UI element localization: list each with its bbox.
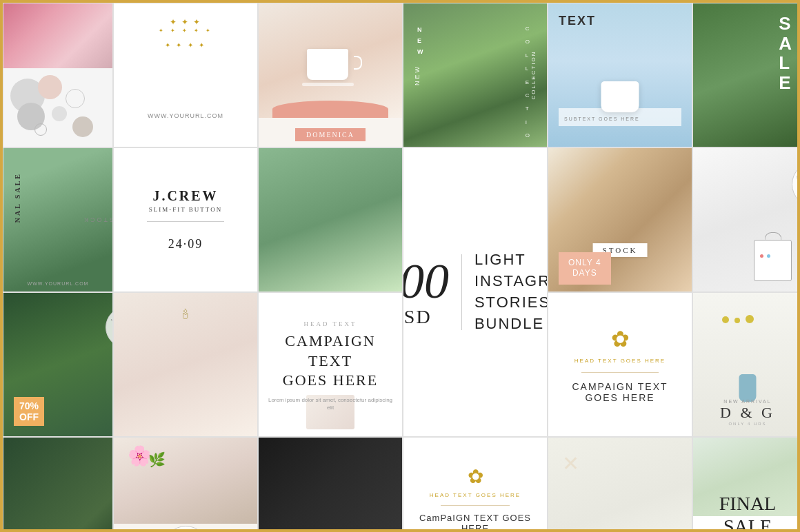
only-r3c6: ONLY 4 HRS bbox=[728, 422, 766, 426]
card-r2c6: NEW ARRIVAL 07/08 ONLY 4 HRS bbox=[692, 147, 800, 292]
bundle-line4: BUNDLE bbox=[474, 314, 548, 335]
campaign-r3c3: CAMPAIGN TEXTGOES HERE bbox=[266, 331, 395, 391]
card-r2c2: J.CREW SLIM-FIT BUTTON 24·09 bbox=[113, 147, 258, 292]
brand-name: J.CREW bbox=[152, 188, 218, 204]
card-r3c3: HEAD TEXT CAMPAIGN TEXTGOES HERE Lorem i… bbox=[258, 292, 403, 437]
card-r3c6: NEW ARRIVAL D & G ONLY 4 HRS bbox=[692, 292, 800, 437]
card-r1c3: DOMENICA bbox=[258, 3, 403, 147]
new-label: NEW bbox=[414, 65, 421, 85]
main-grid: ✦ ✦ ✦ ✦ ✦ ✦ ✦ ✦ ✦ ✦ ✦ ✦ WWW.YOURURL.COM … bbox=[0, 0, 800, 532]
card-r1c1 bbox=[3, 3, 113, 147]
card-center: 100 PSD LIGHT INSTAGRAM STORIES BUNDLE bbox=[403, 147, 548, 437]
card-r4c6: FINAL SALE 50% bbox=[692, 437, 800, 532]
card-r2c3 bbox=[258, 147, 403, 292]
text-label: TEXT bbox=[559, 14, 596, 28]
card-r3c5: ✿ HEAD TEXT GOES HERE CAMPAIGN TEXT GOES… bbox=[548, 292, 692, 437]
card-r4c4: ✿ HEAD TEXT GOES HERE CamPaIGN TEXT GOES… bbox=[403, 437, 548, 532]
card-r1c4: NEW COLLECTION NEW COLLECTION bbox=[403, 3, 548, 147]
brand-sub: SLIM-FIT BUTTON bbox=[149, 206, 222, 213]
card-r4c5: ✕ ✕ bbox=[548, 437, 692, 532]
card-r1c2: ✦ ✦ ✦ ✦ ✦ ✦ ✦ ✦ ✦ ✦ ✦ ✦ WWW.YOURURL.COM bbox=[113, 3, 258, 147]
percent-r3c1: 70% bbox=[19, 400, 39, 411]
domenica-label: DOMENICA bbox=[295, 128, 366, 141]
gold-ornament-r3c5: ✿ bbox=[611, 326, 630, 352]
card-r3c2: 🕯 bbox=[113, 292, 258, 437]
card-r2c1: NAL SALE WWW.YOURURL.COM STOCK bbox=[3, 147, 113, 292]
discount-r3c1: 70% OFF bbox=[14, 397, 44, 426]
card-r2c5: STOCK ONLY 4 DAYS bbox=[548, 147, 692, 292]
days-label: DAYS bbox=[572, 268, 597, 278]
lorem-r3c3: Lorem ipsum dolor sit amet, consectetur … bbox=[266, 396, 395, 411]
card-r4c2: 🌸 🌿 NEW ARRIVAL 07/08 ONLY 4 HRS bbox=[113, 437, 258, 532]
dg-brand: D & G bbox=[720, 404, 775, 422]
bundle-line3: STORIES bbox=[474, 292, 548, 314]
final-sale: FINAL SALE bbox=[700, 492, 795, 532]
psd-text: PSD bbox=[403, 306, 432, 328]
gold-ornament-r4c4: ✿ bbox=[468, 465, 483, 488]
campaign-r4c4: CamPaIGN TEXT GOES HERE bbox=[417, 513, 533, 532]
card-r4c3 bbox=[258, 437, 403, 532]
stock-vert: STOCK bbox=[82, 216, 113, 223]
campaign-r3c5: CAMPAIGN TEXT GOES HERE bbox=[555, 381, 685, 403]
hundred-text: 100 bbox=[403, 256, 449, 306]
off-r3c1: OFF bbox=[19, 411, 39, 422]
card-r1c6: SALE bbox=[692, 3, 800, 147]
head-text-r3c3: HEAD TEXT bbox=[303, 320, 357, 327]
new-arrival-r2c6: NEW ARRIVAL bbox=[797, 175, 800, 179]
brand-date: 24·09 bbox=[168, 237, 203, 252]
url-text: WWW.YOURURL.COM bbox=[148, 112, 223, 119]
card-r4c1 bbox=[3, 437, 113, 532]
bundle-line1: LIGHT bbox=[474, 249, 548, 271]
nal-sale-text: NAL SALE bbox=[14, 172, 21, 223]
card-r3c1: 70% OFF NEW ARRIVAL 07/08 ONLY 4 HRS bbox=[3, 292, 113, 437]
only-label: ONLY 4 bbox=[568, 258, 601, 267]
card-r1c5: TEXT SUBTEXT GOES HERE bbox=[548, 3, 692, 147]
yoururl-text: WWW.YOURURL.COM bbox=[28, 281, 89, 286]
new-arrival-r3c6: NEW ARRIVAL bbox=[723, 399, 771, 404]
bundle-line2: INSTAGRAM bbox=[474, 271, 548, 292]
head-text-r4c4: HEAD TEXT GOES HERE bbox=[430, 492, 521, 498]
head-text-r3c5: HEAD TEXT GOES HERE bbox=[574, 358, 666, 364]
